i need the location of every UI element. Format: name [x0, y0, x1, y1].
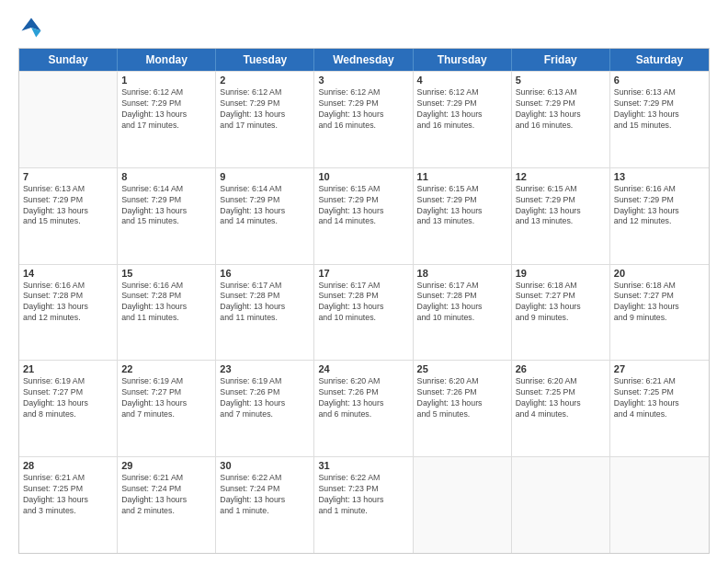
calendar-cell	[610, 457, 709, 553]
day-info: Sunrise: 6:21 AM Sunset: 7:24 PM Dayligh…	[121, 473, 211, 517]
day-number: 8	[121, 171, 211, 182]
day-info: Sunrise: 6:12 AM Sunset: 7:29 PM Dayligh…	[417, 87, 507, 132]
calendar-header-cell: Sunday	[19, 49, 118, 71]
calendar-cell: 21Sunrise: 6:19 AM Sunset: 7:27 PM Dayli…	[19, 361, 118, 456]
day-number: 15	[121, 268, 211, 279]
calendar-row: 1Sunrise: 6:12 AM Sunset: 7:29 PM Daylig…	[19, 71, 709, 167]
calendar-cell: 20Sunrise: 6:18 AM Sunset: 7:27 PM Dayli…	[610, 265, 709, 361]
day-info: Sunrise: 6:13 AM Sunset: 7:29 PM Dayligh…	[516, 87, 606, 132]
day-info: Sunrise: 6:15 AM Sunset: 7:29 PM Dayligh…	[318, 184, 408, 228]
day-number: 22	[121, 363, 211, 374]
day-number: 10	[318, 171, 408, 182]
calendar-cell: 15Sunrise: 6:16 AM Sunset: 7:28 PM Dayli…	[118, 265, 216, 361]
day-info: Sunrise: 6:22 AM Sunset: 7:24 PM Dayligh…	[220, 473, 310, 517]
calendar-cell: 3Sunrise: 6:12 AM Sunset: 7:29 PM Daylig…	[314, 72, 413, 167]
calendar-cell: 11Sunrise: 6:15 AM Sunset: 7:29 PM Dayli…	[414, 168, 512, 264]
day-info: Sunrise: 6:16 AM Sunset: 7:28 PM Dayligh…	[121, 281, 211, 325]
header	[18, 15, 710, 40]
day-info: Sunrise: 6:13 AM Sunset: 7:29 PM Dayligh…	[614, 87, 705, 132]
calendar-cell: 6Sunrise: 6:13 AM Sunset: 7:29 PM Daylig…	[610, 72, 709, 167]
day-number: 2	[220, 75, 310, 86]
day-number: 31	[318, 460, 408, 471]
day-number: 7	[23, 171, 113, 182]
day-info: Sunrise: 6:19 AM Sunset: 7:26 PM Dayligh…	[220, 376, 310, 420]
day-number: 14	[23, 268, 113, 279]
day-number: 19	[516, 268, 606, 279]
day-info: Sunrise: 6:18 AM Sunset: 7:27 PM Dayligh…	[516, 281, 606, 325]
calendar-cell: 19Sunrise: 6:18 AM Sunset: 7:27 PM Dayli…	[512, 265, 610, 361]
calendar: SundayMondayTuesdayWednesdayThursdayFrid…	[18, 48, 710, 554]
calendar-cell	[19, 72, 118, 167]
day-info: Sunrise: 6:14 AM Sunset: 7:29 PM Dayligh…	[220, 184, 310, 228]
calendar-header: SundayMondayTuesdayWednesdayThursdayFrid…	[19, 49, 709, 71]
calendar-header-cell: Monday	[118, 49, 216, 71]
day-number: 24	[318, 363, 408, 374]
calendar-row: 14Sunrise: 6:16 AM Sunset: 7:28 PM Dayli…	[19, 264, 709, 361]
day-info: Sunrise: 6:17 AM Sunset: 7:28 PM Dayligh…	[417, 281, 507, 325]
calendar-cell: 18Sunrise: 6:17 AM Sunset: 7:28 PM Dayli…	[414, 265, 512, 361]
day-number: 1	[121, 75, 211, 86]
day-info: Sunrise: 6:17 AM Sunset: 7:28 PM Dayligh…	[220, 281, 310, 325]
calendar-cell: 27Sunrise: 6:21 AM Sunset: 7:25 PM Dayli…	[610, 361, 709, 456]
day-number: 30	[220, 460, 310, 471]
svg-marker-0	[22, 18, 41, 31]
day-number: 29	[121, 460, 211, 471]
day-number: 12	[516, 171, 606, 182]
day-info: Sunrise: 6:15 AM Sunset: 7:29 PM Dayligh…	[417, 184, 507, 228]
day-info: Sunrise: 6:21 AM Sunset: 7:25 PM Dayligh…	[23, 473, 113, 517]
day-info: Sunrise: 6:13 AM Sunset: 7:29 PM Dayligh…	[23, 184, 113, 228]
calendar-cell: 8Sunrise: 6:14 AM Sunset: 7:29 PM Daylig…	[118, 168, 216, 264]
day-number: 21	[23, 363, 113, 374]
day-number: 20	[614, 268, 705, 279]
day-number: 28	[23, 460, 113, 471]
calendar-body: 1Sunrise: 6:12 AM Sunset: 7:29 PM Daylig…	[19, 71, 709, 553]
day-number: 17	[318, 268, 408, 279]
calendar-cell: 12Sunrise: 6:15 AM Sunset: 7:29 PM Dayli…	[512, 168, 610, 264]
calendar-cell: 4Sunrise: 6:12 AM Sunset: 7:29 PM Daylig…	[414, 72, 512, 167]
day-info: Sunrise: 6:12 AM Sunset: 7:29 PM Dayligh…	[318, 87, 408, 132]
calendar-cell: 2Sunrise: 6:12 AM Sunset: 7:29 PM Daylig…	[216, 72, 314, 167]
day-info: Sunrise: 6:16 AM Sunset: 7:29 PM Dayligh…	[614, 184, 705, 228]
calendar-cell: 10Sunrise: 6:15 AM Sunset: 7:29 PM Dayli…	[314, 168, 413, 264]
calendar-cell: 1Sunrise: 6:12 AM Sunset: 7:29 PM Daylig…	[118, 72, 216, 167]
calendar-row: 21Sunrise: 6:19 AM Sunset: 7:27 PM Dayli…	[19, 360, 709, 456]
calendar-cell: 9Sunrise: 6:14 AM Sunset: 7:29 PM Daylig…	[216, 168, 314, 264]
calendar-header-cell: Saturday	[610, 49, 709, 71]
day-number: 11	[417, 171, 507, 182]
day-info: Sunrise: 6:20 AM Sunset: 7:26 PM Dayligh…	[318, 376, 408, 420]
day-info: Sunrise: 6:12 AM Sunset: 7:29 PM Dayligh…	[220, 87, 310, 132]
calendar-row: 28Sunrise: 6:21 AM Sunset: 7:25 PM Dayli…	[19, 456, 709, 553]
calendar-cell: 17Sunrise: 6:17 AM Sunset: 7:28 PM Dayli…	[314, 265, 413, 361]
day-number: 6	[614, 75, 705, 86]
day-info: Sunrise: 6:19 AM Sunset: 7:27 PM Dayligh…	[121, 376, 211, 420]
calendar-cell	[512, 457, 610, 553]
day-number: 23	[220, 363, 310, 374]
calendar-cell: 26Sunrise: 6:20 AM Sunset: 7:25 PM Dayli…	[512, 361, 610, 456]
calendar-header-cell: Thursday	[414, 49, 512, 71]
day-number: 13	[614, 171, 705, 182]
day-info: Sunrise: 6:20 AM Sunset: 7:26 PM Dayligh…	[417, 376, 507, 420]
calendar-cell: 22Sunrise: 6:19 AM Sunset: 7:27 PM Dayli…	[118, 361, 216, 456]
calendar-cell: 25Sunrise: 6:20 AM Sunset: 7:26 PM Dayli…	[414, 361, 512, 456]
calendar-cell: 13Sunrise: 6:16 AM Sunset: 7:29 PM Dayli…	[610, 168, 709, 264]
calendar-header-cell: Wednesday	[314, 49, 413, 71]
calendar-cell: 30Sunrise: 6:22 AM Sunset: 7:24 PM Dayli…	[216, 457, 314, 553]
calendar-cell	[414, 457, 512, 553]
calendar-cell: 5Sunrise: 6:13 AM Sunset: 7:29 PM Daylig…	[512, 72, 610, 167]
calendar-cell: 29Sunrise: 6:21 AM Sunset: 7:24 PM Dayli…	[118, 457, 216, 553]
calendar-cell: 16Sunrise: 6:17 AM Sunset: 7:28 PM Dayli…	[216, 265, 314, 361]
calendar-cell: 24Sunrise: 6:20 AM Sunset: 7:26 PM Dayli…	[314, 361, 413, 456]
day-info: Sunrise: 6:16 AM Sunset: 7:28 PM Dayligh…	[23, 281, 113, 325]
calendar-cell: 7Sunrise: 6:13 AM Sunset: 7:29 PM Daylig…	[19, 168, 118, 264]
day-info: Sunrise: 6:12 AM Sunset: 7:29 PM Dayligh…	[121, 87, 211, 132]
day-number: 4	[417, 75, 507, 86]
day-number: 18	[417, 268, 507, 279]
calendar-cell: 23Sunrise: 6:19 AM Sunset: 7:26 PM Dayli…	[216, 361, 314, 456]
calendar-header-cell: Tuesday	[216, 49, 314, 71]
calendar-cell: 31Sunrise: 6:22 AM Sunset: 7:23 PM Dayli…	[314, 457, 413, 553]
page: SundayMondayTuesdayWednesdayThursdayFrid…	[0, 0, 728, 563]
calendar-row: 7Sunrise: 6:13 AM Sunset: 7:29 PM Daylig…	[19, 167, 709, 264]
day-info: Sunrise: 6:15 AM Sunset: 7:29 PM Dayligh…	[516, 184, 606, 228]
day-number: 3	[318, 75, 408, 86]
day-number: 25	[417, 363, 507, 374]
